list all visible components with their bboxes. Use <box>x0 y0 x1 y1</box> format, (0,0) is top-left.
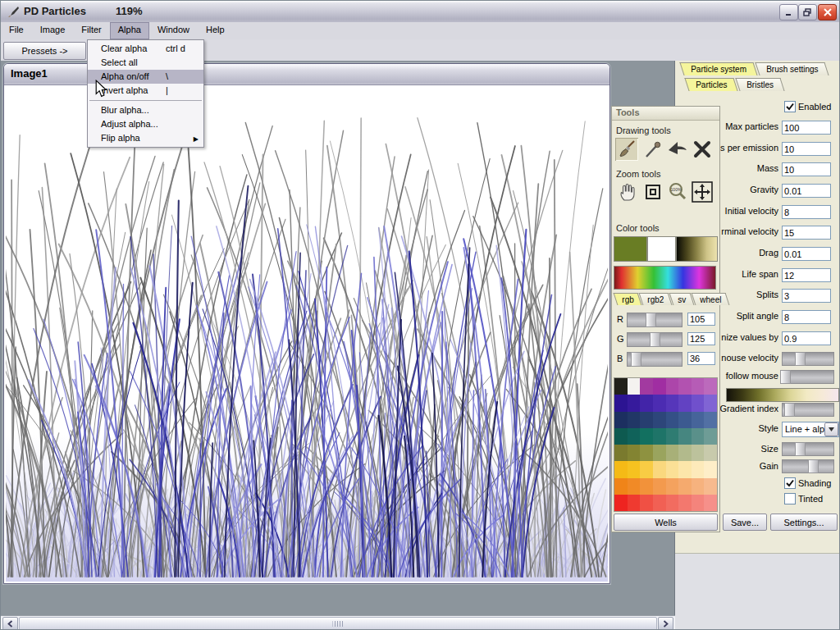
palette-cell[interactable] <box>614 412 628 428</box>
menu-item-clear-alpha[interactable]: Clear alphactrl d <box>88 42 203 56</box>
slider-knob[interactable] <box>780 370 791 384</box>
palette-cell[interactable] <box>666 478 679 495</box>
palette-cell[interactable] <box>692 461 705 477</box>
palette-cell[interactable] <box>653 445 666 461</box>
palette-cell[interactable] <box>614 378 628 395</box>
restore-button[interactable] <box>798 4 817 21</box>
menu-item-window[interactable]: Window <box>149 22 198 39</box>
tab-particles[interactable]: Particles <box>684 78 738 91</box>
palette-cell[interactable] <box>628 395 641 411</box>
scrollbar-thumb[interactable] <box>19 617 657 630</box>
style-dropdown-button[interactable] <box>824 422 838 436</box>
settings-button[interactable]: Settings... <box>770 514 838 531</box>
rgb-slider-g[interactable] <box>627 332 682 347</box>
palette-cell[interactable] <box>678 478 692 495</box>
field-input-drag[interactable] <box>782 247 831 261</box>
palette-cell[interactable] <box>692 478 705 495</box>
palette-cell[interactable] <box>614 478 628 495</box>
size-slider[interactable] <box>782 442 834 456</box>
slider-knob[interactable] <box>784 403 795 417</box>
rgb-value-r[interactable] <box>687 313 715 326</box>
smudge-tool-button[interactable] <box>666 138 689 161</box>
palette-cell[interactable] <box>692 412 705 428</box>
marquee-zoom-button[interactable] <box>641 180 664 203</box>
palette-cell[interactable] <box>640 461 653 477</box>
palette-cell[interactable] <box>653 478 666 495</box>
slider-knob[interactable] <box>650 332 660 347</box>
palette-cell[interactable] <box>640 445 653 461</box>
palette-cell[interactable] <box>614 428 628 445</box>
minimize-button[interactable] <box>779 4 798 21</box>
tab-bristles[interactable]: Bristles <box>736 78 785 91</box>
palette-cell[interactable] <box>704 395 717 411</box>
presets-button[interactable]: Pressets -> <box>3 42 86 60</box>
palette-cell[interactable] <box>640 428 653 445</box>
palette-cell[interactable] <box>704 412 717 428</box>
menu-item-file[interactable]: File <box>1 22 32 39</box>
gradient-preview-bar[interactable] <box>726 388 839 402</box>
palette-cell[interactable] <box>653 495 666 511</box>
rgb-value-b[interactable] <box>687 352 715 365</box>
color-tab-rgb[interactable]: rgb <box>614 293 642 305</box>
image-canvas[interactable] <box>6 85 608 582</box>
menu-item-adjust-alpha-[interactable]: Adjust alpha... <box>88 117 203 131</box>
palette-cell[interactable] <box>614 445 628 461</box>
slider-knob[interactable] <box>808 459 819 473</box>
primary-color-swatch[interactable] <box>614 236 647 262</box>
slider-knob[interactable] <box>631 352 641 367</box>
field-input-splits[interactable] <box>782 289 831 303</box>
palette-cell[interactable] <box>678 412 692 428</box>
palette-cell[interactable] <box>666 395 679 411</box>
gradient-index-slider[interactable] <box>782 403 834 417</box>
palette-cell[interactable] <box>628 445 641 461</box>
rgb-value-g[interactable] <box>687 332 715 345</box>
palette-cell[interactable] <box>653 428 666 445</box>
tinted-checkbox[interactable] <box>784 493 796 504</box>
slider-knob[interactable] <box>795 442 806 456</box>
palette-cell[interactable] <box>666 378 679 395</box>
palette-cell[interactable] <box>614 395 628 411</box>
slider-knob[interactable] <box>646 313 656 327</box>
slider-follow-mouse[interactable] <box>782 370 834 384</box>
field-input-nize-values-by[interactable] <box>782 331 831 345</box>
enabled-checkbox[interactable] <box>784 101 796 112</box>
menu-item-help[interactable]: Help <box>198 22 233 39</box>
palette-cell[interactable] <box>692 428 705 445</box>
palette-cell[interactable] <box>640 495 653 511</box>
palette-cell[interactable] <box>628 412 641 428</box>
palette-cell[interactable] <box>666 495 679 511</box>
palette-cell[interactable] <box>678 395 692 411</box>
slider-knob[interactable] <box>795 352 806 366</box>
eraser-tool-button[interactable] <box>691 138 714 161</box>
palette-cell[interactable] <box>653 461 666 477</box>
field-input-life-span[interactable] <box>782 268 831 282</box>
palette-cell[interactable] <box>640 412 653 428</box>
rgb-slider-r[interactable] <box>627 313 682 327</box>
rgb-slider-b[interactable] <box>627 352 682 367</box>
hue-spectrum-bar[interactable] <box>614 266 716 290</box>
field-input-mass[interactable] <box>782 162 831 176</box>
field-input-rminal-velocity[interactable] <box>782 226 831 240</box>
palette-cell[interactable] <box>628 495 641 511</box>
scroll-left-button[interactable] <box>2 617 18 630</box>
tab-brush-settings[interactable]: Brush settings <box>755 62 829 75</box>
palette-cell[interactable] <box>692 395 705 411</box>
field-input-max-particles[interactable] <box>782 121 831 135</box>
palette-cell[interactable] <box>704 378 717 395</box>
field-input-gravity[interactable] <box>782 184 831 198</box>
scroll-right-button[interactable] <box>658 617 673 630</box>
palette-cell[interactable] <box>678 428 692 445</box>
palette-cell[interactable] <box>628 378 641 395</box>
save-button[interactable]: Save... <box>723 514 767 531</box>
menu-item-flip-alpha[interactable]: Flip alpha▶ <box>88 131 203 145</box>
menu-item-filter[interactable]: Filter <box>73 22 109 39</box>
palette-cell[interactable] <box>653 395 666 411</box>
palette-cell[interactable] <box>666 461 679 477</box>
color-tab-sv[interactable]: sv <box>669 293 695 305</box>
palette-cell[interactable] <box>628 428 641 445</box>
menu-item-image[interactable]: Image <box>32 22 74 39</box>
pan-tool-button[interactable] <box>691 180 714 203</box>
palette-cell[interactable] <box>653 412 666 428</box>
palette-cell[interactable] <box>678 495 692 511</box>
close-button[interactable] <box>818 4 837 21</box>
